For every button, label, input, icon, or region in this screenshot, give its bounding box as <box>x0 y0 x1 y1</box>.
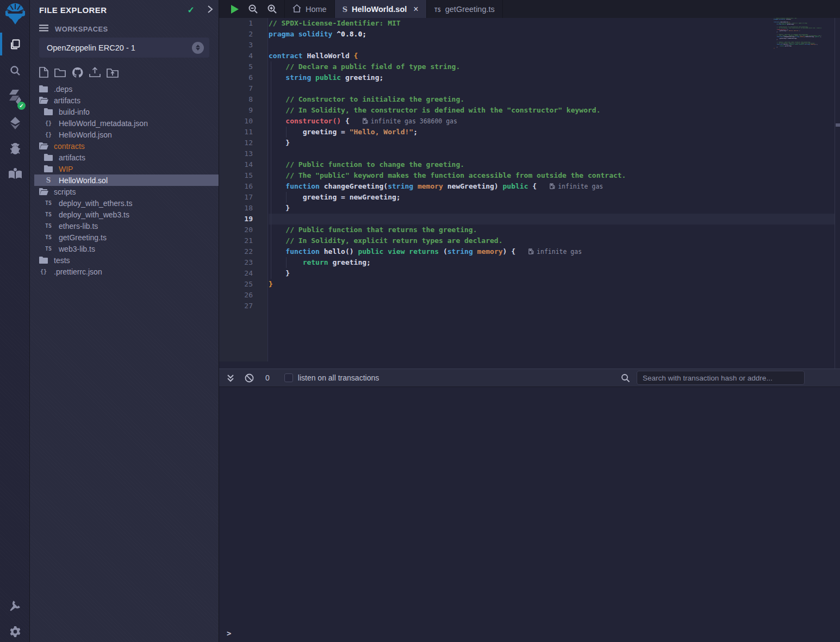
tree-item-deploy_with_web3.ts[interactable]: TSdeploy_with_web3.ts <box>30 209 219 220</box>
code-line-18[interactable]: } <box>269 203 835 214</box>
tree-item-ethers-lib.ts[interactable]: TSethers-lib.ts <box>30 220 219 232</box>
editor-minimap[interactable]: // SPDX-License-Identifier: MITpragma so… <box>774 18 822 52</box>
code-line-19[interactable] <box>269 214 835 225</box>
line-number: 15 <box>219 170 267 181</box>
tree-item-label: ethers-lib.ts <box>59 222 98 230</box>
tree-item-build-info[interactable]: build-info <box>30 106 219 117</box>
new-folder-icon[interactable] <box>54 66 66 78</box>
tab-getGreeting.ts[interactable]: TSgetGreeting.ts <box>427 0 503 18</box>
tree-item-contracts[interactable]: contracts <box>30 140 219 152</box>
tab-HelloWorld.sol[interactable]: SHelloWorld.sol× <box>335 0 427 18</box>
editor-scrollbar[interactable] <box>835 18 840 369</box>
tree-item-artifacts[interactable]: artifacts <box>30 152 219 163</box>
line-number: 27 <box>219 301 267 311</box>
tree-item-deploy_with_ethers.ts[interactable]: TSdeploy_with_ethers.ts <box>30 197 219 209</box>
tree-item-label: tests <box>54 256 70 265</box>
terminal-search-icon[interactable] <box>621 373 630 383</box>
file-explorer-icon[interactable] <box>0 33 30 57</box>
code-content[interactable]: // SPDX-License-Identifier: MITpragma so… <box>269 18 835 361</box>
code-line-13[interactable] <box>269 148 835 159</box>
clear-console-icon[interactable] <box>245 373 254 383</box>
code-line-21[interactable]: // In Solidity, explicit return types ar… <box>269 235 835 246</box>
learneth-icon[interactable] <box>0 161 30 185</box>
code-line-3[interactable] <box>269 40 835 51</box>
code-line-26[interactable] <box>269 290 835 301</box>
code-line-9[interactable]: // In Solidity, the constructor is defin… <box>269 105 835 116</box>
debugger-icon[interactable] <box>0 137 30 161</box>
tree-item-tests[interactable]: tests <box>30 254 219 266</box>
code-line-6[interactable]: string public greeting; <box>269 72 835 83</box>
tree-item-.deps[interactable]: .deps <box>30 83 219 95</box>
code-line-14[interactable]: // Public function to change the greetin… <box>269 159 835 170</box>
code-line-23[interactable]: return greeting; <box>269 257 835 268</box>
terminal-output[interactable]: > <box>219 387 840 642</box>
tree-item-HelloWorld.json[interactable]: {}HelloWorld.json <box>30 129 219 140</box>
line-number: 26 <box>219 290 267 301</box>
code-line-4[interactable]: contract HelloWorld { <box>269 51 835 61</box>
line-number: 11 <box>219 127 267 138</box>
tab-label: HelloWorld.sol <box>352 5 407 14</box>
code-line-24[interactable]: } <box>269 268 835 279</box>
tree-item-label: web3-lib.ts <box>59 245 95 253</box>
upload-folder-icon[interactable] <box>107 66 119 78</box>
code-line-15[interactable]: // The "public" keyword makes the functi… <box>269 170 835 181</box>
main-area: HomeSHelloWorld.sol×TSgetGreeting.ts 123… <box>219 0 840 642</box>
code-line-25[interactable]: } <box>269 279 835 290</box>
tree-item-label: HelloWorld.sol <box>59 176 108 185</box>
code-line-7[interactable] <box>269 83 835 94</box>
code-line-1[interactable]: // SPDX-License-Identifier: MIT <box>269 18 835 29</box>
file-tree: .depsartifactsbuild-info{}HelloWorld_met… <box>30 83 219 277</box>
clone-github-icon[interactable] <box>72 66 83 78</box>
tab-Home[interactable]: Home <box>284 0 335 18</box>
gas-estimate-ghost: infinite gas 368600 gas <box>363 117 457 125</box>
listen-transactions-checkbox[interactable] <box>284 373 293 382</box>
upload-file-icon[interactable] <box>89 66 101 78</box>
tree-item-getGreeting.ts[interactable]: TSgetGreeting.ts <box>30 232 219 243</box>
tree-item-scripts[interactable]: scripts <box>30 186 219 197</box>
tree-item-.prettierrc.json[interactable]: {}.prettierrc.json <box>30 266 219 277</box>
transaction-search-input[interactable] <box>637 371 805 385</box>
hamburger-menu-icon[interactable] <box>39 24 48 34</box>
code-line-2[interactable]: pragma solidity ^0.8.0; <box>269 29 835 40</box>
gas-estimate-ghost: infinite gas <box>528 248 582 255</box>
code-line-5[interactable]: // Declare a public field of type string… <box>269 61 835 72</box>
workspace-select[interactable]: OpenZeppelin ERC20 - 1 <box>39 38 209 58</box>
code-line-22[interactable]: function hello() public view returns (st… <box>269 246 835 257</box>
indent-guide <box>286 127 287 138</box>
code-line-10[interactable]: constructor() {infinite gas 368600 gas <box>269 116 835 127</box>
terminal-prompt: > <box>227 629 231 638</box>
remix-ide-app: ✓ <box>0 0 840 642</box>
zoom-in-icon[interactable] <box>267 4 277 14</box>
code-line-20[interactable]: // Public function that returns the gree… <box>269 225 835 235</box>
folder-icon <box>39 85 48 92</box>
close-tab-icon[interactable]: × <box>413 4 418 14</box>
code-line-16[interactable]: function changeGreeting(string memory ne… <box>269 181 835 192</box>
code-editor[interactable]: 1234567891011121314151617181920212223242… <box>219 18 840 369</box>
scrollbar-handle[interactable] <box>836 123 840 127</box>
tree-item-HelloWorld_metadata.json[interactable]: {}HelloWorld_metadata.json <box>30 117 219 129</box>
remix-logo-icon[interactable] <box>0 1 30 27</box>
line-number: 2 <box>219 29 267 40</box>
search-icon[interactable] <box>0 59 30 83</box>
solidity-compiler-icon[interactable]: ✓ <box>0 85 30 109</box>
line-number: 9 <box>219 105 267 116</box>
tree-item-WIP[interactable]: WIP <box>30 163 219 174</box>
terminal-toolbar: 0 listen on all transactions <box>219 369 840 387</box>
expand-terminal-icon[interactable] <box>227 374 234 382</box>
plugin-manager-icon[interactable] <box>0 594 30 618</box>
code-line-12[interactable]: } <box>269 138 835 148</box>
run-script-play-icon[interactable] <box>230 4 239 14</box>
code-line-27[interactable] <box>269 301 835 311</box>
settings-gear-icon[interactable] <box>0 620 30 642</box>
new-file-icon[interactable] <box>39 66 48 78</box>
tree-item-label: build-info <box>59 108 90 116</box>
code-line-11[interactable]: greeting = "Hello, World!"; <box>269 127 835 138</box>
deploy-and-run-icon[interactable] <box>0 111 30 135</box>
tree-item-artifacts[interactable]: artifacts <box>30 95 219 106</box>
zoom-out-icon[interactable] <box>248 4 258 14</box>
code-line-8[interactable]: // Constructor to initialize the greetin… <box>269 94 835 105</box>
tree-item-web3-lib.ts[interactable]: TSweb3-lib.ts <box>30 243 219 254</box>
code-line-17[interactable]: greeting = newGreeting; <box>269 192 835 203</box>
tree-item-HelloWorld.sol[interactable]: SHelloWorld.sol <box>34 174 219 186</box>
chevron-right-icon[interactable] <box>207 5 213 15</box>
